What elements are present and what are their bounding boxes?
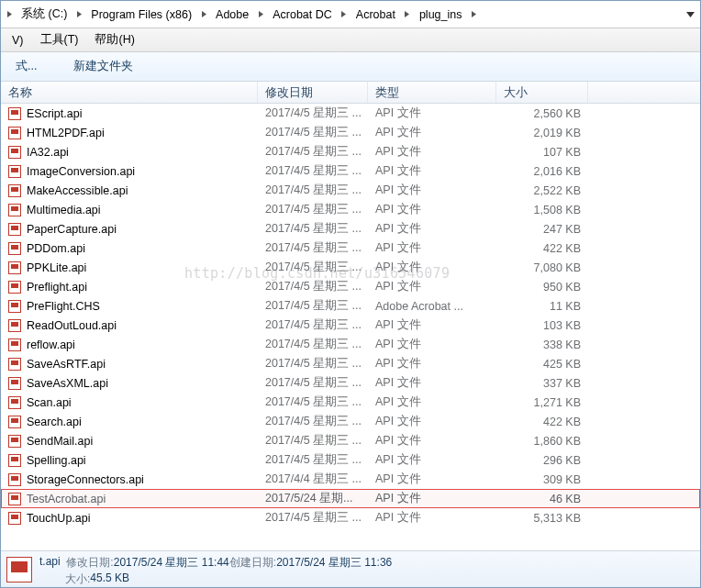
file-row[interactable]: TestAcrobat.api2017/5/24 星期...API 文件46 K… <box>1 489 700 508</box>
file-row[interactable]: PreFlight.CHS2017/4/5 星期三 ...Adobe Acrob… <box>1 296 700 316</box>
file-modified-cell: 2017/4/5 星期三 ... <box>258 354 368 373</box>
file-size-cell: 1,860 KB <box>496 433 588 449</box>
file-size-cell: 309 KB <box>496 472 588 488</box>
file-row[interactable]: ImageConversion.api2017/4/5 星期三 ...API 文… <box>1 161 700 181</box>
file-size-cell: 1,508 KB <box>496 202 588 218</box>
file-type-cell: API 文件 <box>368 393 496 412</box>
file-name-cell: ReadOutLoud.api <box>1 317 258 334</box>
file-size-cell: 296 KB <box>496 452 588 469</box>
file-icon <box>8 493 21 505</box>
file-name-text: ImageConversion.api <box>27 165 135 178</box>
breadcrumb-segment[interactable]: Adobe <box>210 1 254 28</box>
file-name-cell: HTML2PDF.api <box>1 125 258 141</box>
file-name-text: Multimedia.api <box>27 204 101 216</box>
file-type-cell: API 文件 <box>368 104 496 123</box>
file-modified-cell: 2017/4/5 星期三 ... <box>258 161 368 181</box>
breadcrumb-segment[interactable]: Acrobat DC <box>267 1 338 28</box>
file-type-cell: API 文件 <box>368 508 496 527</box>
file-modified-cell: 2017/4/5 星期三 ... <box>258 200 368 219</box>
file-row[interactable]: EScript.api2017/4/5 星期三 ...API 文件2,560 K… <box>1 104 700 123</box>
file-list-pane[interactable]: 名称 修改日期 类型 大小 EScript.api2017/4/5 星期三 ..… <box>1 82 700 550</box>
file-name-text: PDDom.api <box>27 242 85 255</box>
file-row[interactable]: reflow.api2017/4/5 星期三 ...API 文件338 KB <box>1 335 700 354</box>
column-header-type[interactable]: 类型 <box>368 82 496 103</box>
file-row[interactable]: MakeAccessible.api2017/4/5 星期三 ...API 文件… <box>1 181 700 200</box>
file-size-cell: 7,080 KB <box>496 260 588 276</box>
column-header-modified[interactable]: 修改日期 <box>258 82 368 103</box>
file-size-cell: 11 KB <box>496 298 588 315</box>
file-name-cell: PPKLite.api <box>1 260 258 276</box>
column-header-size[interactable]: 大小 <box>496 82 588 103</box>
file-size-cell: 107 KB <box>496 144 588 161</box>
file-size-cell: 46 KB <box>496 491 588 507</box>
file-row[interactable]: TouchUp.api2017/4/5 星期三 ...API 文件5,313 K… <box>1 508 700 527</box>
breadcrumb-chevron-icon[interactable] <box>401 1 414 28</box>
file-type-cell: API 文件 <box>368 450 496 470</box>
file-type-cell: API 文件 <box>368 200 496 219</box>
menu-tools[interactable]: 工具(T) <box>33 30 86 50</box>
file-row[interactable]: Spelling.api2017/4/5 星期三 ...API 文件296 KB <box>1 450 700 470</box>
file-icon <box>8 242 21 255</box>
status-created-label: 创建日期: <box>229 555 276 571</box>
breadcrumb-chevron-icon[interactable] <box>338 1 350 28</box>
file-name-cell: Search.api <box>1 414 258 430</box>
file-row[interactable]: HTML2PDF.api2017/4/5 星期三 ...API 文件2,019 … <box>1 123 700 142</box>
file-row[interactable]: PaperCapture.api2017/4/5 星期三 ...API 文件24… <box>1 219 700 239</box>
breadcrumb-chevron-icon[interactable] <box>254 1 267 28</box>
file-name-text: EScript.api <box>27 107 82 120</box>
file-row[interactable]: Preflight.api2017/4/5 星期三 ...API 文件950 K… <box>1 277 700 296</box>
file-size-cell: 337 KB <box>496 375 588 392</box>
file-row[interactable]: Multimedia.api2017/4/5 星期三 ...API 文件1,50… <box>1 200 700 219</box>
file-type-cell: API 文件 <box>368 123 496 142</box>
status-bar: t.api 修改日期: 2017/5/24 星期三 11:44 创建日期: 20… <box>1 550 700 587</box>
file-name-text: MakeAccessible.api <box>27 184 128 197</box>
file-row[interactable]: PDDom.api2017/4/5 星期三 ...API 文件422 KB <box>1 239 700 258</box>
status-size-label: 大小: <box>65 571 90 587</box>
breadcrumb-segment[interactable]: Acrobat <box>350 1 401 28</box>
file-icon <box>8 396 21 409</box>
file-row[interactable]: PPKLite.api2017/4/5 星期三 ...API 文件7,080 K… <box>1 258 700 277</box>
breadcrumb-segment[interactable]: Program Files (x86) <box>85 1 197 28</box>
file-modified-cell: 2017/5/24 星期... <box>258 489 368 508</box>
breadcrumb-chevron-icon[interactable] <box>197 1 210 28</box>
file-row[interactable]: StorageConnectors.api2017/4/4 星期三 ...API… <box>1 470 700 489</box>
file-icon <box>8 127 21 139</box>
file-type-cell: Adobe Acrobat ... <box>368 298 496 315</box>
organize-button[interactable]: 式... <box>10 56 42 77</box>
file-name-cell: SendMail.api <box>1 433 258 449</box>
breadcrumb-segment[interactable]: plug_ins <box>414 1 468 28</box>
menu-view[interactable]: V) <box>5 32 31 49</box>
file-name-cell: TouchUp.api <box>1 510 258 527</box>
file-type-cell: API 文件 <box>368 142 496 161</box>
file-modified-cell: 2017/4/5 星期三 ... <box>258 104 368 123</box>
breadcrumb-chevron-icon[interactable] <box>72 1 85 28</box>
file-name-text: Scan.api <box>27 396 72 409</box>
status-text: t.api 修改日期: 2017/5/24 星期三 11:44 创建日期: 20… <box>39 555 392 587</box>
file-name-cell: PreFlight.CHS <box>1 298 258 315</box>
file-icon <box>8 107 21 120</box>
breadcrumb-chevron-icon[interactable] <box>468 1 481 28</box>
address-dropdown-icon[interactable] <box>682 1 698 28</box>
address-bar: 系统 (C:)Program Files (x86)AdobeAcrobat D… <box>1 1 700 28</box>
breadcrumb-segment[interactable]: 系统 (C:) <box>16 1 72 28</box>
status-filename: t.api <box>39 555 61 571</box>
file-row[interactable]: Search.api2017/4/5 星期三 ...API 文件422 KB <box>1 412 700 431</box>
file-modified-cell: 2017/4/5 星期三 ... <box>258 373 368 393</box>
file-row[interactable]: SaveAsXML.api2017/4/5 星期三 ...API 文件337 K… <box>1 373 700 393</box>
file-row[interactable]: IA32.api2017/4/5 星期三 ...API 文件107 KB <box>1 142 700 161</box>
file-icon <box>8 300 21 313</box>
menu-help[interactable]: 帮助(H) <box>87 30 141 50</box>
new-folder-button[interactable]: 新建文件夹 <box>68 56 139 77</box>
breadcrumb-initial-chevron[interactable] <box>3 1 16 28</box>
file-name-cell: SaveAsXML.api <box>1 375 258 392</box>
file-type-cell: API 文件 <box>368 239 496 258</box>
file-name-text: PPKLite.api <box>27 261 86 274</box>
file-row[interactable]: ReadOutLoud.api2017/4/5 星期三 ...API 文件103… <box>1 316 700 335</box>
file-row[interactable]: SendMail.api2017/4/5 星期三 ...API 文件1,860 … <box>1 431 700 450</box>
file-modified-cell: 2017/4/5 星期三 ... <box>258 316 368 335</box>
file-row[interactable]: SaveAsRTF.api2017/4/5 星期三 ...API 文件425 K… <box>1 354 700 373</box>
file-row[interactable]: Scan.api2017/4/5 星期三 ...API 文件1,271 KB <box>1 393 700 412</box>
file-size-cell: 2,560 KB <box>496 105 588 122</box>
column-header-name[interactable]: 名称 <box>1 82 258 103</box>
file-name-cell: Scan.api <box>1 394 258 411</box>
